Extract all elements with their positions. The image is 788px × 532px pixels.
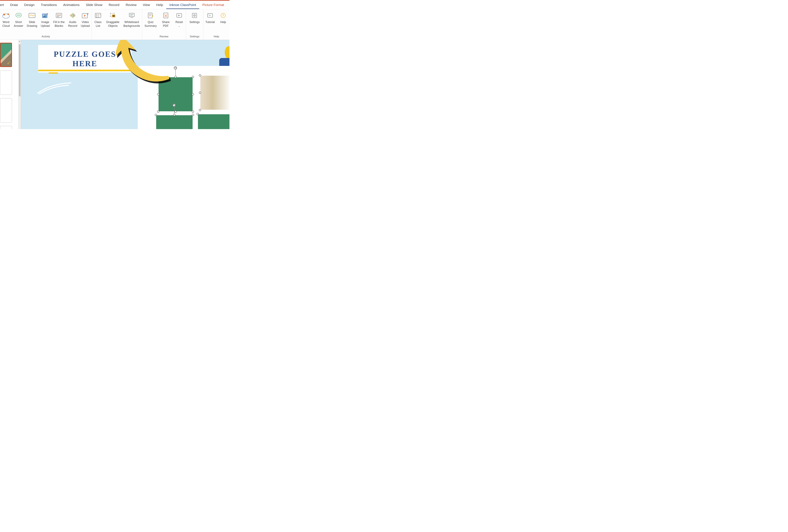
selection-handle[interactable]	[197, 113, 199, 115]
selection-handle[interactable]	[175, 76, 177, 78]
rotation-handle[interactable]	[172, 103, 176, 107]
ribbon: WordCloud ShortAnswer SlideDrawing Image…	[0, 9, 230, 40]
reset-label: Reset⌄	[175, 20, 183, 28]
settings-button[interactable]: Settings	[188, 11, 201, 25]
drawing-icon	[28, 12, 36, 19]
selection-handle[interactable]	[157, 76, 159, 78]
puzzle-piece-3[interactable]	[156, 115, 193, 129]
slide-drawing-button[interactable]: SlideDrawing	[25, 11, 38, 28]
draggable-icon	[109, 12, 117, 19]
selection-handle[interactable]	[192, 114, 194, 116]
tab-draw[interactable]: Draw	[7, 1, 21, 9]
slide-thumbnail-3[interactable]	[0, 98, 12, 122]
selection-handle[interactable]	[157, 111, 159, 113]
tab-animations[interactable]: Animations	[60, 1, 83, 9]
word-cloud-button[interactable]: WordCloud	[0, 11, 12, 28]
tutorial-label: Tutorial	[205, 20, 215, 24]
slide-title-box[interactable]: PUZZLE GOESHERE	[38, 45, 132, 73]
whiteboard-button[interactable]: WhiteboardBackgrounds	[122, 11, 141, 28]
selection-handle[interactable]	[155, 114, 157, 116]
whiteboard-icon	[128, 12, 136, 19]
audio-record-button[interactable]: AudioRecord	[67, 11, 78, 28]
puzzle-piece-4[interactable]	[198, 114, 230, 129]
scroll-up-icon[interactable]: ▲	[18, 40, 21, 43]
svg-rect-32	[113, 15, 115, 17]
speech-icon	[15, 12, 22, 19]
selection-handle[interactable]	[157, 93, 159, 95]
audio-icon	[69, 12, 76, 19]
svg-point-5	[18, 15, 19, 16]
reset-button[interactable]: Reset⌄	[174, 11, 185, 28]
svg-point-6	[19, 15, 20, 16]
slide-drawing-label: SlideDrawing	[27, 20, 37, 28]
tab-design[interactable]: Design	[21, 1, 38, 9]
selection-handle[interactable]	[192, 76, 194, 78]
rotation-handle[interactable]	[174, 66, 177, 70]
tools-group-label	[92, 34, 142, 39]
svg-rect-45	[163, 13, 168, 18]
slide-canvas[interactable]: PUZZLE GOESHERE	[21, 40, 230, 129]
svg-point-2	[7, 14, 9, 15]
svg-point-35	[110, 16, 111, 17]
draggable-objects-button[interactable]: DraggableObjects	[105, 11, 121, 28]
image-upload-button[interactable]: ImageUpload	[39, 11, 51, 28]
slide-thumbnail-1[interactable]: ✓	[0, 43, 12, 67]
help-icon: ?	[219, 12, 227, 19]
svg-rect-36	[129, 13, 134, 17]
slide-thumbnail-2[interactable]	[0, 71, 12, 95]
chevron-down-icon: ⌄	[178, 25, 180, 27]
slide-thumbnail-4[interactable]	[0, 126, 12, 129]
yellow-decoration	[225, 46, 230, 59]
svg-rect-41	[148, 13, 152, 18]
selection-handle[interactable]	[175, 111, 177, 113]
workspace: ✓ ▲ PUZZLE GOESHERE	[0, 40, 230, 129]
selection-handle[interactable]	[173, 114, 175, 116]
yellow-underline-small	[48, 72, 58, 74]
tab-view[interactable]: View	[140, 1, 153, 9]
tab-insert[interactable]: ert	[0, 1, 7, 9]
selection-handle[interactable]	[199, 109, 201, 111]
svg-point-28	[96, 17, 97, 18]
thumbnail-scrollbar[interactable]: ▲	[18, 40, 21, 129]
ribbon-tabs: ert Draw Design Transitions Animations S…	[0, 1, 230, 9]
checkmark-icon: ✓	[7, 60, 11, 66]
svg-point-34	[114, 13, 114, 14]
share-pdf-button[interactable]: SharePDF	[160, 11, 171, 28]
fill-blanks-label: Fill in theBlanks	[53, 20, 65, 28]
tutorial-icon	[206, 12, 214, 19]
tab-record[interactable]: Record	[105, 1, 123, 9]
reset-icon	[175, 12, 183, 19]
selection-handle[interactable]	[199, 92, 201, 94]
selection-handle[interactable]	[199, 74, 201, 76]
tab-slideshow[interactable]: Slide Show	[83, 1, 105, 9]
tab-picture-format[interactable]: Picture Format	[199, 1, 227, 9]
tab-inknoe-classpoint[interactable]: Inknoe ClassPoint	[166, 1, 199, 9]
class-list-button[interactable]: ★ ClassList	[93, 11, 103, 28]
gear-icon	[191, 12, 198, 19]
settings-label: Settings	[190, 20, 200, 24]
puzzle-piece-2[interactable]	[200, 75, 230, 110]
help-group-label: Help	[203, 34, 230, 39]
help-button[interactable]: ? Help	[218, 11, 229, 25]
tutorial-button[interactable]: Tutorial	[204, 11, 216, 25]
svg-point-9	[43, 15, 44, 16]
tab-review[interactable]: Review	[123, 1, 140, 9]
fill-blanks-button[interactable]: Fill in theBlanks	[52, 11, 66, 28]
selection-handle[interactable]	[192, 93, 194, 95]
slide-title-text: PUZZLE GOESHERE	[54, 50, 116, 68]
video-upload-button[interactable]: VideoUpload	[80, 11, 91, 28]
tab-transitions[interactable]: Transitions	[38, 1, 60, 9]
yellow-underline	[38, 70, 132, 71]
tab-help[interactable]: Help	[153, 1, 166, 9]
quiz-summary-button[interactable]: QuizSummary	[143, 11, 158, 28]
blanks-icon	[55, 12, 63, 19]
rotation-connector	[174, 106, 175, 114]
svg-point-55	[174, 66, 177, 70]
short-answer-button[interactable]: ShortAnswer	[13, 11, 25, 28]
svg-point-1	[3, 14, 5, 16]
draggable-label: DraggableObjects	[106, 20, 119, 28]
settings-group-label: Settings	[186, 34, 203, 39]
selection-handle[interactable]	[192, 111, 194, 113]
svg-point-56	[173, 104, 176, 106]
scroll-thumb[interactable]	[19, 44, 20, 96]
